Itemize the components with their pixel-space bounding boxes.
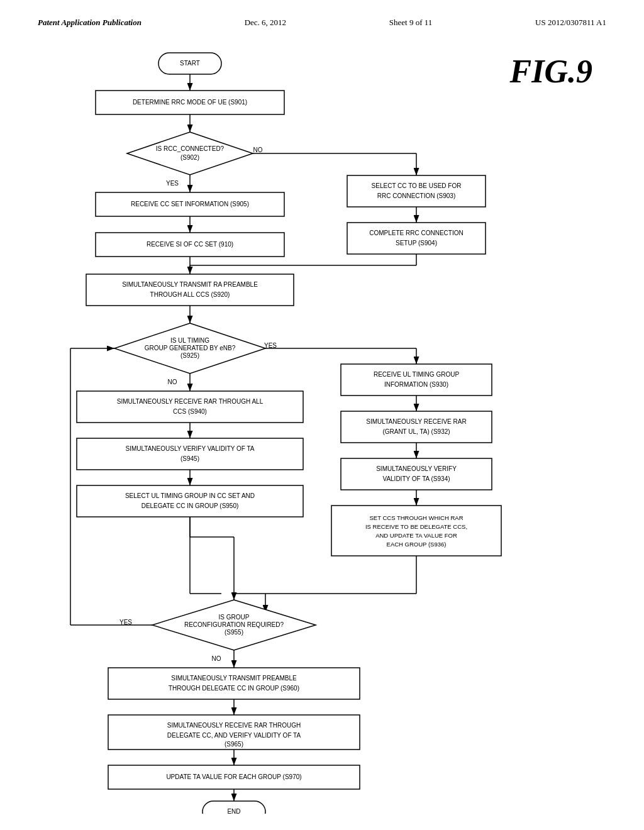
s936-label3: AND UPDATE TA VALUE FOR	[375, 532, 457, 539]
s932-label1: SIMULTANEOUSLY RECEIVE RAR	[366, 418, 466, 425]
flowchart-svg: START DETERMINE RRC MODE OF UE (S901) IS…	[52, 47, 592, 814]
s960-node	[108, 668, 360, 699]
s903-label1: SELECT CC TO BE USED FOR	[372, 182, 462, 189]
s932-node	[341, 411, 492, 443]
s955-label3: (S955)	[225, 629, 243, 636]
s940-label2: CCS (S940)	[173, 408, 207, 415]
s902-label1: IS RCC_CONNECTED?	[156, 145, 225, 152]
s905-label: RECEIVE CC SET INFORMATION (S905)	[131, 201, 249, 208]
s945-label2: (S945)	[180, 455, 199, 462]
header-sheet: Sheet 9 of 11	[389, 18, 432, 28]
s904-node	[347, 223, 486, 254]
s930-node	[341, 364, 492, 396]
s940-label1: SIMULTANEOUSLY RECEIVE RAR THROUGH ALL	[117, 398, 264, 405]
s960-label1: SIMULTANEOUSLY TRANSMIT PREAMBLE	[171, 675, 297, 682]
s903-label2: RRC CONNECTION (S903)	[377, 192, 455, 199]
s925-label2: GROUP GENERATED BY eNB?	[145, 345, 236, 351]
page: Patent Application Publication Dec. 6, 2…	[0, 0, 644, 830]
s920-label1: SIMULTANEOUSLY TRANSMIT RA PREAMBLE	[122, 281, 258, 288]
start-label: START	[180, 60, 200, 67]
s965-label1: SIMULTANEOUSLY RECEIVE RAR THROUGH	[167, 722, 301, 729]
s920-label2: THROUGH ALL CCS (S920)	[150, 291, 230, 298]
header-date: Dec. 6, 2012	[245, 18, 286, 28]
header-publication: Patent Application Publication	[38, 18, 142, 28]
s936-label2: IS RECEIVE TO BE DELEGATE CCS,	[365, 523, 467, 530]
s932-label2: (GRANT UL, TA) (S932)	[382, 428, 450, 435]
header-patent: US 2012/0307811 A1	[535, 18, 606, 28]
s925-no-label: NO	[168, 379, 177, 385]
s965-label2: DELEGATE CC, AND VERIFY VALIDITY OF TA	[167, 732, 301, 739]
flowchart-area: FIG.9 START DETERMINE RRC MODE OF UE (S9…	[39, 47, 605, 814]
s950-node	[77, 485, 303, 517]
s955-label1: IS GROUP	[219, 614, 250, 621]
s934-label1: SIMULTANEOUSLY VERIFY	[376, 465, 457, 472]
s936-node	[331, 506, 501, 556]
s955-yes-label: YES	[119, 619, 132, 626]
s902-label2: (S902)	[180, 154, 199, 161]
s925-label1: IS UL TIMING	[170, 337, 209, 344]
end-label: END	[227, 808, 240, 814]
s920-node	[86, 274, 294, 306]
s945-label1: SIMULTANEOUSLY VERIFY VALIDITY OF TA	[125, 445, 254, 452]
s930-label1: RECEIVE UL TIMING GROUP	[374, 371, 459, 378]
header: Patent Application Publication Dec. 6, 2…	[0, 0, 644, 34]
s950-label1: SELECT UL TIMING GROUP IN CC SET AND	[125, 492, 255, 499]
s930-label2: INFORMATION (S930)	[384, 381, 448, 388]
s904-label2: SETUP (S904)	[396, 240, 437, 246]
s902-no-label: NO	[253, 147, 263, 153]
s950-label2: DELEGATE CC IN GROUP (S950)	[142, 502, 239, 509]
s902-yes-label: YES	[166, 180, 179, 187]
s910-label: RECEIVE SI OF CC SET (910)	[147, 241, 233, 248]
s925-yes-label: YES	[264, 342, 277, 349]
s936-label1: SET CCS THROUGH WHICH RAR	[369, 514, 463, 521]
s934-label2: VALIDITY OF TA (S934)	[382, 475, 450, 482]
s955-no-label: NO	[212, 655, 221, 662]
s903-node	[347, 175, 486, 207]
s936-label4: EACH GROUP (S936)	[387, 541, 447, 548]
s965-label3: (S965)	[225, 741, 243, 748]
s940-node	[77, 391, 303, 423]
s970-label: UPDATE TA VALUE FOR EACH GROUP (S970)	[166, 773, 301, 780]
s934-node	[341, 458, 492, 490]
s901-label: DETERMINE RRC MODE OF UE (S901)	[133, 99, 247, 106]
s904-label1: COMPLETE RRC CONNECTION	[369, 230, 463, 236]
s960-label2: THROUGH DELEGATE CC IN GROUP (S960)	[169, 685, 299, 692]
s955-label2: RECONFIGURATION REQUIRED?	[184, 621, 284, 628]
fig-label: FIG.9	[510, 53, 592, 90]
s945-node	[77, 438, 303, 470]
s925-label3: (S925)	[180, 352, 199, 359]
